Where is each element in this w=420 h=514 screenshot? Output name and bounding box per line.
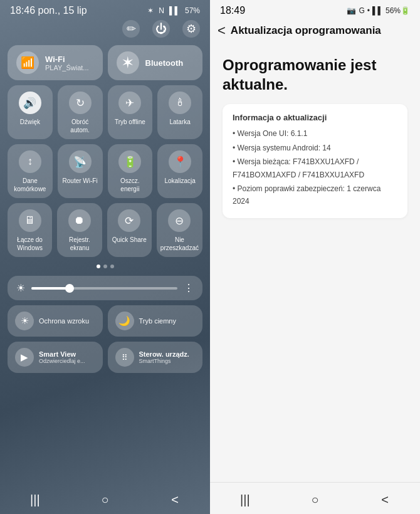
time-right: 18:49: [220, 5, 245, 16]
location-label: Lokalizacja: [164, 177, 195, 185]
battery-left: 57%: [185, 6, 200, 15]
smart-things-name: Sterow. urządz.: [139, 350, 189, 358]
location-icon: 📍: [169, 150, 191, 173]
nav-back-left[interactable]: <: [162, 490, 187, 509]
nav-recents-left[interactable]: |||: [23, 490, 48, 509]
flashlight-icon: 🕯: [169, 92, 191, 114]
battery-right: 56%🔋: [386, 6, 410, 15]
offline-tile[interactable]: ✈ Tryb offline: [108, 85, 153, 139]
flashlight-tile[interactable]: 🕯 Latarka: [157, 85, 202, 139]
power-icon: ⏻: [155, 23, 167, 36]
settings-icon: ⚙: [186, 22, 196, 36]
quick-share-label: Quick Share: [112, 236, 147, 244]
screen-rec-label: Rejestr. ekranu: [61, 236, 98, 252]
router-tile[interactable]: 📡 Router Wi-Fi: [58, 144, 103, 198]
wifi-tile-sub: PLAY_Świat...: [45, 64, 89, 71]
brightness-row[interactable]: ☀ ⋮: [8, 276, 202, 300]
smart-view-icon: ▶: [15, 348, 34, 367]
brightness-slider[interactable]: [31, 287, 177, 290]
grid-row-3: 🖥 Łącze do Windows ⏺ Rejestr. ekranu ⟳ Q…: [8, 203, 202, 257]
screen-rec-tile[interactable]: ⏺ Rejestr. ekranu: [57, 203, 102, 257]
router-label: Router Wi-Fi: [63, 177, 98, 185]
edit-button[interactable]: ✏: [122, 20, 140, 38]
dnd-label: Nie przeszkadzać: [160, 236, 199, 252]
nav-back-right[interactable]: <: [372, 490, 397, 509]
quick-share-icon: ⟳: [118, 209, 140, 232]
nav-home-left[interactable]: ○: [92, 490, 117, 509]
cellular-tile[interactable]: ↕ Dane komórkowe: [8, 144, 53, 198]
edit-icon: ✏: [127, 22, 136, 36]
info-card-body: • Wersja One UI: 6.1.1 • Wersja systemu …: [233, 127, 397, 207]
grid-row-2: ↕ Dane komórkowe 📡 Router Wi-Fi 🔋 Oszcz.…: [8, 144, 202, 198]
windows-label: Łącze do Windows: [11, 236, 48, 252]
status-bar-left: 18:46 pon., 15 lip ✶ N ▌▌ 57%: [0, 0, 210, 19]
offline-label: Tryb offline: [115, 118, 145, 126]
bluetooth-tile[interactable]: ✶ Bluetooth: [108, 45, 203, 80]
dark-mode-icon: 🌙: [115, 312, 134, 330]
rotate-tile[interactable]: ↻ Obróć autom.: [58, 85, 103, 139]
large-tiles-row: 📶 Wi-Fi PLAY_Świat... ✶ Bluetooth: [8, 45, 202, 80]
battery-saver-tile[interactable]: 🔋 Oszcz. energii: [108, 144, 153, 198]
info-line-1: • Wersja One UI: 6.1.1: [233, 127, 397, 140]
windows-tile[interactable]: 🖥 Łącze do Windows: [8, 203, 52, 257]
left-panel: 18:46 pon., 15 lip ✶ N ▌▌ 57% ✏ ⏻ ⚙ 📶 Wi…: [0, 0, 210, 514]
nfc-icon: N: [159, 6, 164, 15]
power-button[interactable]: ⏻: [152, 20, 170, 38]
status-icons-right: 📷 G • ▌▌ 56%🔋: [347, 6, 410, 15]
dot-1: [97, 265, 100, 268]
info-line-2: • Wersja systemu Android: 14: [233, 142, 397, 154]
dark-mode-tile[interactable]: 🌙 Tryb ciemny: [108, 305, 203, 337]
wifi-tile[interactable]: 📶 Wi-Fi PLAY_Świat...: [8, 45, 103, 80]
brightness-thumb: [65, 284, 74, 293]
page-title: Aktualizacja oprogramowania: [231, 24, 381, 37]
settings-button[interactable]: ⚙: [182, 20, 200, 38]
dark-mode-label: Tryb ciemny: [139, 317, 177, 325]
nav-home-right[interactable]: ○: [302, 490, 327, 509]
rotate-label: Obróć autom.: [61, 118, 99, 134]
nav-bar-left: ||| ○ <: [0, 483, 210, 514]
location-tile[interactable]: 📍 Lokalizacja: [157, 144, 202, 198]
grid-row-1: 🔊 Dźwięk ↻ Obróć autom. ✈ Tryb offline 🕯…: [8, 85, 202, 139]
cellular-label: Dane komórkowe: [11, 177, 49, 193]
smart-view-tile[interactable]: ▶ Smart View Odzwierciedlaj e...: [8, 342, 103, 373]
dnd-tile[interactable]: ⊖ Nie przeszkadzać: [157, 203, 202, 257]
nav-bar-right: ||| ○ <: [210, 482, 420, 514]
nav-recents-right[interactable]: |||: [233, 490, 258, 509]
dot-3: [110, 265, 114, 268]
sound-label: Dźwięk: [20, 118, 40, 126]
info-line-4: • Poziom poprawki zabezpieczeń: 1 czerwc…: [233, 182, 397, 208]
cellular-icon: ↕: [19, 150, 41, 173]
content-area: Oprogramowanie jest aktualne. Informacja…: [210, 45, 420, 482]
wifi-tile-name: Wi-Fi: [45, 55, 89, 64]
quick-tiles-area: 📶 Wi-Fi PLAY_Świat... ✶ Bluetooth 🔊 Dźwi…: [0, 43, 210, 378]
smart-things-tile[interactable]: ⠿ Sterow. urządz. SmartThings: [108, 342, 203, 373]
signal-icon: ▌▌: [169, 6, 180, 15]
dots-indicator: [8, 262, 202, 271]
status-bar-right: 18:49 📷 G • ▌▌ 56%🔋: [210, 0, 420, 19]
dnd-icon: ⊖: [168, 209, 191, 232]
brightness-menu-icon[interactable]: ⋮: [184, 282, 194, 294]
offline-icon: ✈: [118, 92, 141, 114]
top-icons-row: ✏ ⏻ ⚙: [0, 19, 210, 43]
camera-icon: 📷: [347, 6, 356, 15]
update-info-card: Informacja o aktualizacji • Wersja One U…: [223, 104, 407, 218]
time-date-left: 18:46 pon., 15 lip: [10, 5, 87, 16]
mode-row: ☀ Ochrona wzroku 🌙 Tryb ciemny: [8, 305, 202, 337]
battery-saver-icon: 🔋: [118, 150, 141, 173]
smart-things-sub: SmartThings: [139, 358, 189, 364]
smart-things-icon: ⠿: [115, 348, 134, 367]
smart-row: ▶ Smart View Odzwierciedlaj e... ⠿ Stero…: [8, 342, 202, 373]
battery-saver-label: Oszcz. energii: [112, 177, 149, 193]
quick-share-tile[interactable]: ⟳ Quick Share: [107, 203, 152, 257]
eye-protection-tile[interactable]: ☀ Ochrona wzroku: [8, 305, 103, 337]
wifi-icon: 📶: [16, 51, 39, 74]
screen-rec-icon: ⏺: [68, 209, 91, 232]
smart-view-sub: Odzwierciedlaj e...: [39, 358, 85, 364]
router-icon: 📡: [69, 150, 92, 173]
sound-icon: 🔊: [19, 92, 41, 114]
flashlight-label: Latarka: [169, 118, 190, 126]
back-button[interactable]: <: [218, 23, 231, 39]
eye-protection-icon: ☀: [15, 312, 34, 330]
windows-icon: 🖥: [19, 209, 41, 232]
sound-tile[interactable]: 🔊 Dźwięk: [8, 85, 53, 139]
